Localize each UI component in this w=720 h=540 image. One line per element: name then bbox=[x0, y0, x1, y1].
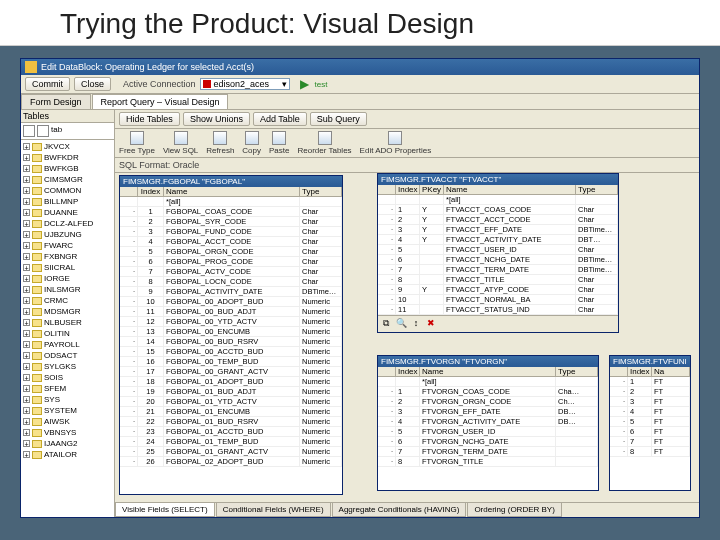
table-window-ftvacct[interactable]: FIMSMGR.FTVACCT "FTVACCT" Index PKey Nam… bbox=[377, 173, 619, 333]
tab-conditional-fields[interactable]: Conditional Fields (WHERE) bbox=[216, 503, 331, 517]
tree-item[interactable]: +CIMSMGR bbox=[23, 174, 112, 185]
expand-icon[interactable]: + bbox=[23, 385, 30, 392]
expand-icon[interactable]: + bbox=[23, 187, 30, 194]
tree-item[interactable]: +IORGE bbox=[23, 273, 112, 284]
table-row[interactable]: ·8FT bbox=[610, 447, 690, 457]
tree-item[interactable]: +SYLGKS bbox=[23, 361, 112, 372]
table-row[interactable]: ·3FGBOPAL_FUND_CODEChar bbox=[120, 227, 342, 237]
expand-icon[interactable]: + bbox=[23, 352, 30, 359]
col-index[interactable]: Index bbox=[628, 367, 652, 376]
filter-icon[interactable]: ⧉ bbox=[380, 318, 392, 330]
toolbar-item[interactable]: Copy bbox=[242, 131, 261, 155]
table-row[interactable]: ·5FT bbox=[610, 417, 690, 427]
tree-item[interactable]: +FWARC bbox=[23, 240, 112, 251]
delete-icon[interactable]: ✖ bbox=[425, 318, 437, 330]
table-row[interactable]: ·7FT bbox=[610, 437, 690, 447]
tree-item[interactable]: +OLITIN bbox=[23, 328, 112, 339]
tree-item[interactable]: +FXBNGR bbox=[23, 251, 112, 262]
tree-item[interactable]: +IJAANG2 bbox=[23, 438, 112, 449]
table-row[interactable]: ·6FTVORGN_NCHG_DATE bbox=[378, 437, 598, 447]
table-window-ftvfuni[interactable]: FIMSMGR.FTVFUNI Index Na ·1FT·2FT·3FT·4F… bbox=[609, 355, 691, 491]
table-row[interactable]: ·6FGBOPAL_PROG_CODEChar bbox=[120, 257, 342, 267]
tool-icon-1[interactable] bbox=[23, 125, 35, 137]
table-row[interactable]: ·10FGBOPAL_00_ADOPT_BUDNumeric bbox=[120, 297, 342, 307]
table-row[interactable]: ·4FTVORGN_ACTIVITY_DATEDB… bbox=[378, 417, 598, 427]
col-type[interactable]: Type bbox=[300, 187, 342, 196]
table-row[interactable]: ·26FGBOPAL_02_ADOPT_BUDNumeric bbox=[120, 457, 342, 467]
col-name[interactable]: Name bbox=[444, 185, 576, 194]
add-table-button[interactable]: Add Table bbox=[253, 112, 307, 126]
table-row[interactable]: ·13FGBOPAL_00_ENCUMBNumeric bbox=[120, 327, 342, 337]
tree-item[interactable]: +BWFKDR bbox=[23, 152, 112, 163]
design-canvas[interactable]: FIMSMGR.FGBOPAL "FGBOPAL" Index Name Typ… bbox=[115, 173, 699, 502]
table-row[interactable]: ·14FGBOPAL_00_BUD_RSRVNumeric bbox=[120, 337, 342, 347]
table-row[interactable]: ·2FTVORGN_ORGN_CODECh… bbox=[378, 397, 598, 407]
table-row[interactable]: ·16FGBOPAL_00_TEMP_BUDNumeric bbox=[120, 357, 342, 367]
grid-body[interactable]: *[all]·1FGBOPAL_COAS_CODEChar·2FGBOPAL_S… bbox=[120, 197, 342, 494]
tree-item[interactable]: +BILLMNP bbox=[23, 196, 112, 207]
sub-query-button[interactable]: Sub Query bbox=[310, 112, 367, 126]
table-row[interactable]: ·7FTVACCT_TERM_DATEDBTime… bbox=[378, 265, 618, 275]
table-row[interactable]: ·3FTVORGN_EFF_DATEDB… bbox=[378, 407, 598, 417]
expand-icon[interactable]: + bbox=[23, 330, 30, 337]
tree-item[interactable]: +NLBUSER bbox=[23, 317, 112, 328]
table-row[interactable]: ·11FTVACCT_STATUS_INDChar bbox=[378, 305, 618, 315]
expand-icon[interactable]: + bbox=[23, 407, 30, 414]
col-type[interactable]: Type bbox=[576, 185, 618, 194]
tool-icon-2[interactable] bbox=[37, 125, 49, 137]
col-index[interactable]: Index bbox=[396, 185, 420, 194]
table-row[interactable]: ·1FGBOPAL_COAS_CODEChar bbox=[120, 207, 342, 217]
col-index[interactable]: Index bbox=[138, 187, 164, 196]
col-name[interactable]: Name bbox=[164, 187, 300, 196]
expand-icon[interactable]: + bbox=[23, 165, 30, 172]
tree-item[interactable]: +AIWSK bbox=[23, 416, 112, 427]
expand-icon[interactable]: + bbox=[23, 275, 30, 282]
sort-icon[interactable]: ↕ bbox=[410, 318, 422, 330]
table-row[interactable]: ·1YFTVACCT_COAS_CODEChar bbox=[378, 205, 618, 215]
col-name[interactable]: Na bbox=[652, 367, 690, 376]
table-row[interactable]: ·4FGBOPAL_ACCT_CODEChar bbox=[120, 237, 342, 247]
commit-button[interactable]: Commit bbox=[25, 77, 70, 91]
expand-icon[interactable]: + bbox=[23, 286, 30, 293]
table-window-fgbopal[interactable]: FIMSMGR.FGBOPAL "FGBOPAL" Index Name Typ… bbox=[119, 175, 343, 495]
table-row[interactable]: ·9FGBOPAL_ACTIVITY_DATEDBTime… bbox=[120, 287, 342, 297]
show-unions-button[interactable]: Show Unions bbox=[183, 112, 250, 126]
table-row[interactable]: ·2YFTVACCT_ACCT_CODEChar bbox=[378, 215, 618, 225]
table-row[interactable]: ·4FT bbox=[610, 407, 690, 417]
tab-visible-fields[interactable]: Visible Fields (SELECT) bbox=[115, 503, 215, 517]
table-row[interactable]: ·5FTVORGN_USER_ID bbox=[378, 427, 598, 437]
tree-item[interactable]: +ODSACT bbox=[23, 350, 112, 361]
table-row[interactable]: ·7FTVORGN_TERM_DATE bbox=[378, 447, 598, 457]
expand-icon[interactable]: + bbox=[23, 242, 30, 249]
tree-item[interactable]: +INLSMGR bbox=[23, 284, 112, 295]
grid-body[interactable]: *[all]·1YFTVACCT_COAS_CODEChar·2YFTVACCT… bbox=[378, 195, 618, 315]
tree-item[interactable]: +SFEM bbox=[23, 383, 112, 394]
run-icon[interactable]: ▶ bbox=[300, 77, 309, 91]
table-row[interactable]: ·19FGBOPAL_01_BUD_ADJTNumeric bbox=[120, 387, 342, 397]
table-row[interactable]: ·23FGBOPAL_01_ACCTD_BUDNumeric bbox=[120, 427, 342, 437]
expand-icon[interactable]: + bbox=[23, 154, 30, 161]
tree-item[interactable]: +PAYROLL bbox=[23, 339, 112, 350]
tree-item[interactable]: +SYS bbox=[23, 394, 112, 405]
tree-item[interactable]: +DUANNE bbox=[23, 207, 112, 218]
table-row[interactable]: ·8FTVORGN_TITLE bbox=[378, 457, 598, 467]
hide-tables-button[interactable]: Hide Tables bbox=[119, 112, 180, 126]
tree-item[interactable]: +ATAILOR bbox=[23, 449, 112, 460]
table-row[interactable]: ·6FT bbox=[610, 427, 690, 437]
expand-icon[interactable]: + bbox=[23, 209, 30, 216]
expand-icon[interactable]: + bbox=[23, 374, 30, 381]
tab-form-design[interactable]: Form Design bbox=[21, 94, 91, 109]
schema-tree[interactable]: +JKVCX+BWFKDR+BWFKGB+CIMSMGR+COMMON+BILL… bbox=[21, 140, 114, 517]
toolbar-item[interactable]: View SQL bbox=[163, 131, 198, 155]
table-row[interactable]: ·2FT bbox=[610, 387, 690, 397]
toolbar-item[interactable]: Edit ADO Properties bbox=[360, 131, 432, 155]
table-row[interactable]: ·21FGBOPAL_01_ENCUMBNumeric bbox=[120, 407, 342, 417]
tree-item[interactable]: +VBNSYS bbox=[23, 427, 112, 438]
table-row[interactable]: ·7FGBOPAL_ACTV_CODEChar bbox=[120, 267, 342, 277]
expand-icon[interactable]: + bbox=[23, 176, 30, 183]
search-icon[interactable]: 🔍 bbox=[395, 318, 407, 330]
tree-item[interactable]: +CRMC bbox=[23, 295, 112, 306]
col-type[interactable]: Type bbox=[556, 367, 598, 376]
expand-icon[interactable]: + bbox=[23, 440, 30, 447]
tree-item[interactable]: +BWFKGB bbox=[23, 163, 112, 174]
